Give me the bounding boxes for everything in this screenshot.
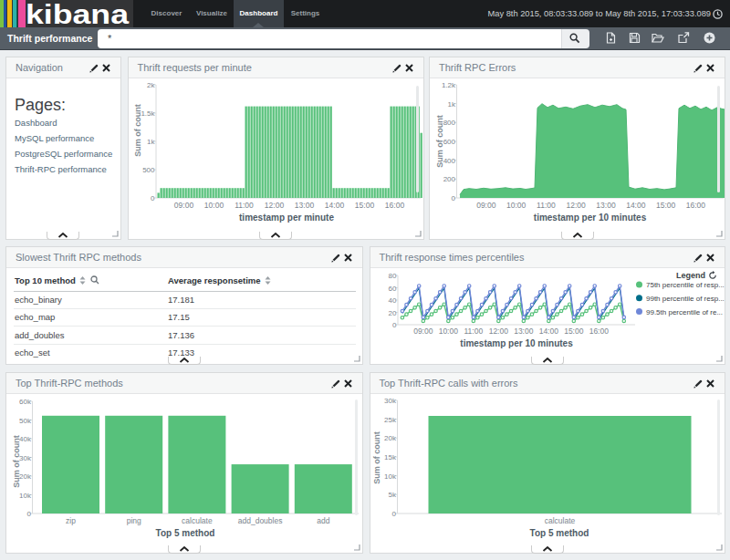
svg-text:Top 5 method: Top 5 method — [529, 528, 589, 538]
svg-text:Sum of count: Sum of count — [372, 431, 381, 484]
svg-text:0: 0 — [391, 510, 396, 518]
svg-text:800: 800 — [443, 119, 456, 127]
svg-text:5k: 5k — [388, 491, 396, 499]
svg-text:12:00: 12:00 — [567, 201, 587, 210]
svg-text:11:00: 11:00 — [464, 327, 483, 336]
svg-text:16:00: 16:00 — [589, 327, 609, 336]
svg-text:10:00: 10:00 — [203, 201, 224, 210]
svg-text:09:00: 09:00 — [413, 327, 433, 336]
svg-text:75th percentile of resp...: 75th percentile of resp... — [646, 281, 725, 289]
svg-text:10k: 10k — [19, 492, 32, 500]
svg-text:1k: 1k — [448, 100, 456, 109]
svg-text:calculate: calculate — [182, 516, 213, 525]
svg-text:25k: 25k — [384, 416, 397, 424]
svg-text:1k: 1k — [147, 138, 155, 146]
svg-text:zip: zip — [66, 516, 76, 525]
svg-text:10k: 10k — [384, 472, 397, 481]
svg-text:40k: 40k — [19, 435, 32, 443]
svg-text:1.2k: 1.2k — [442, 81, 456, 89]
svg-text:12:00: 12:00 — [264, 201, 284, 210]
svg-text:0: 0 — [151, 194, 155, 202]
svg-text:0: 0 — [392, 321, 397, 329]
svg-text:16:00: 16:00 — [384, 201, 404, 210]
svg-text:12:00: 12:00 — [488, 327, 508, 336]
svg-text:Sum of count: Sum of count — [435, 115, 444, 168]
svg-text:14:00: 14:00 — [626, 201, 646, 210]
svg-text:13:00: 13:00 — [294, 201, 314, 210]
svg-text:99th percentile of resp...: 99th percentile of resp... — [646, 295, 725, 303]
svg-text:30k: 30k — [384, 397, 397, 405]
svg-text:15:00: 15:00 — [564, 327, 584, 336]
svg-text:600: 600 — [443, 138, 456, 146]
svg-text:400: 400 — [443, 157, 456, 165]
svg-text:20: 20 — [388, 309, 396, 317]
svg-text:09:00: 09:00 — [173, 201, 193, 210]
svg-text:timestamp per minute: timestamp per minute — [239, 213, 334, 223]
svg-text:13:00: 13:00 — [514, 327, 534, 336]
svg-text:200: 200 — [443, 175, 456, 183]
svg-text:16:00: 16:00 — [686, 201, 706, 210]
svg-text:add: add — [317, 516, 329, 525]
svg-text:Top 5 method: Top 5 method — [156, 528, 215, 538]
svg-text:10:00: 10:00 — [506, 201, 527, 210]
svg-text:timestamp per 10 minutes: timestamp per 10 minutes — [534, 213, 647, 223]
svg-text:80: 80 — [388, 272, 396, 280]
svg-text:40: 40 — [388, 296, 396, 305]
svg-text:14:00: 14:00 — [538, 327, 558, 336]
svg-text:50k: 50k — [19, 417, 32, 425]
svg-text:calculate: calculate — [544, 516, 575, 525]
svg-text:Sum of count: Sum of count — [12, 435, 21, 488]
svg-text:20k: 20k — [384, 434, 397, 442]
svg-text:Legend: Legend — [675, 271, 704, 280]
svg-text:0: 0 — [452, 194, 456, 202]
svg-text:60k: 60k — [19, 398, 32, 406]
svg-text:10:00: 10:00 — [438, 327, 458, 336]
svg-text:09:00: 09:00 — [476, 201, 496, 210]
svg-text:11:00: 11:00 — [235, 201, 254, 210]
svg-text:99.5th percentile of re...: 99.5th percentile of re... — [646, 308, 723, 316]
svg-text:0: 0 — [27, 510, 32, 518]
svg-text:13:00: 13:00 — [596, 201, 616, 210]
svg-text:15:00: 15:00 — [354, 201, 374, 210]
svg-text:60: 60 — [388, 285, 396, 293]
svg-text:1.5k: 1.5k — [141, 109, 155, 118]
svg-text:Sum of count: Sum of count — [133, 104, 142, 157]
svg-text:add_doubles: add_doubles — [238, 516, 283, 525]
svg-text:2k: 2k — [147, 81, 155, 89]
svg-text:14:00: 14:00 — [324, 201, 344, 210]
svg-text:15:00: 15:00 — [656, 201, 676, 210]
svg-text:timestamp per 10 minutes: timestamp per 10 minutes — [460, 338, 573, 348]
svg-text:11:00: 11:00 — [537, 201, 556, 210]
svg-text:ping: ping — [127, 516, 141, 525]
svg-text:30k: 30k — [19, 454, 32, 462]
svg-text:20k: 20k — [19, 472, 32, 481]
svg-text:15k: 15k — [384, 453, 397, 461]
svg-text:500: 500 — [142, 166, 155, 174]
